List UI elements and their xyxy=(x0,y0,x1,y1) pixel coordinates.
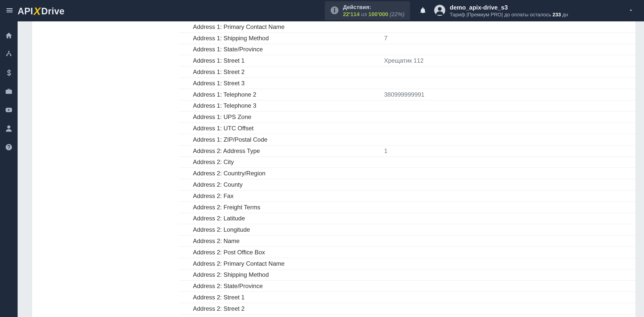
bell-icon xyxy=(419,7,426,15)
briefcase-icon xyxy=(5,88,13,96)
sidebar-item-billing[interactable] xyxy=(0,65,18,81)
dollar-icon xyxy=(5,69,13,77)
field-label: Address 1: UTC Offset xyxy=(193,125,384,132)
svg-point-2 xyxy=(334,8,335,9)
field-row: Address 2: County xyxy=(179,179,635,190)
field-label: Address 2: Freight Terms xyxy=(193,204,384,211)
sitemap-icon xyxy=(5,50,13,59)
field-row: Address 2: City xyxy=(179,157,635,168)
sidebar-item-account[interactable] xyxy=(0,121,18,137)
info-icon xyxy=(330,6,339,16)
field-label: Address 1: State/Province xyxy=(193,46,384,53)
user-menu[interactable]: demo_apix-drive_s3 Тариф |Премиум PRO| д… xyxy=(434,4,644,18)
field-value: Хрещатик 112 xyxy=(384,57,424,64)
field-row: Address 2: Street 2 xyxy=(179,303,635,314)
field-label: Address 2: City xyxy=(193,158,384,166)
field-value: 1 xyxy=(384,147,387,154)
user-tariff: Тариф |Премиум PRO| до оплаты осталось 2… xyxy=(450,11,568,18)
sidebar xyxy=(0,21,18,317)
avatar-icon xyxy=(434,5,445,17)
field-label: Address 2: Post Office Box xyxy=(193,249,384,256)
field-label: Address 2: Fax xyxy=(193,192,384,200)
actions-counter[interactable]: Действия: 22'114 из 100'000 (22%) xyxy=(325,1,410,20)
field-label: Address 2: Primary Contact Name xyxy=(193,260,384,267)
field-row: Address 1: Street 2 xyxy=(179,66,635,78)
field-row: Address 1: State/Province xyxy=(179,44,635,55)
field-label: Address 2: State/Province xyxy=(193,283,384,290)
field-row: Address 2: Address Type1 xyxy=(179,145,635,157)
field-label: Address 1: Telephone 2 xyxy=(193,91,384,98)
field-label: Address 2: Latitude xyxy=(193,215,384,222)
sidebar-item-videos[interactable] xyxy=(0,102,18,118)
home-icon xyxy=(5,32,13,40)
field-row: Address 1: UPS Zone xyxy=(179,111,635,123)
field-row: Address 2: State/Province xyxy=(179,281,635,292)
logo-text-x: X xyxy=(34,5,41,17)
field-row: Address 2: Country/Region xyxy=(179,168,635,179)
youtube-icon xyxy=(5,106,13,115)
field-label: Address 2: Shipping Method xyxy=(193,271,384,278)
actions-stat: 22'114 из 100'000 (22%) xyxy=(343,11,405,18)
field-label: Address 1: Street 1 xyxy=(193,57,384,64)
field-row: Address 2: Fax xyxy=(179,190,635,202)
field-label: Address 1: UPS Zone xyxy=(193,113,384,121)
field-value: 380999999991 xyxy=(384,91,424,98)
field-row: Address 2: Freight Terms xyxy=(179,202,635,213)
field-label: Address 1: Street 3 xyxy=(193,80,384,87)
content-card: Address 1: Primary Contact NameAddress 1… xyxy=(32,21,635,317)
field-row: Address 1: Street 1Хрещатик 112 xyxy=(179,55,635,66)
actions-text: Действия: 22'114 из 100'000 (22%) xyxy=(343,4,405,18)
question-icon xyxy=(5,143,13,152)
sidebar-item-connections[interactable] xyxy=(0,47,18,63)
notifications-button[interactable] xyxy=(417,7,429,15)
logo[interactable]: API X Drive xyxy=(18,5,65,17)
field-row: Address 1: ZIP/Postal Code xyxy=(179,134,635,145)
svg-rect-1 xyxy=(334,10,335,12)
field-label: Address 1: Street 2 xyxy=(193,68,384,75)
field-label: Address 1: Telephone 3 xyxy=(193,102,384,109)
chevron-down-icon xyxy=(628,7,634,14)
sidebar-item-help[interactable] xyxy=(0,140,18,156)
field-row: Address 2: Shipping Method xyxy=(179,269,635,281)
fields-panel: Address 1: Primary Contact NameAddress 1… xyxy=(179,21,635,317)
sidebar-item-home[interactable] xyxy=(0,28,18,44)
menu-toggle-button[interactable] xyxy=(5,6,15,16)
field-row: Address 2: Name xyxy=(179,235,635,247)
logo-text-drive: Drive xyxy=(41,6,65,17)
field-label: Address 1: ZIP/Postal Code xyxy=(193,136,384,143)
user-name: demo_apix-drive_s3 xyxy=(450,4,568,11)
field-row: Address 1: Telephone 3 xyxy=(179,100,635,112)
field-label: Address 1: Primary Contact Name xyxy=(193,23,384,30)
field-row: Address 2: Street 3 xyxy=(179,314,635,317)
user-text: demo_apix-drive_s3 Тариф |Премиум PRO| д… xyxy=(450,4,568,18)
actions-label: Действия: xyxy=(343,4,405,11)
field-row: Address 1: Shipping Method7 xyxy=(179,33,635,44)
field-row: Address 1: Primary Contact Name xyxy=(179,21,635,33)
field-label: Address 1: Shipping Method xyxy=(193,35,384,42)
field-row: Address 2: Post Office Box xyxy=(179,247,635,258)
field-row: Address 1: Telephone 2380999999991 xyxy=(179,89,635,100)
field-row: Address 2: Primary Contact Name xyxy=(179,258,635,269)
field-row: Address 2: Street 1 xyxy=(179,292,635,303)
field-label: Address 2: Longitude xyxy=(193,226,384,233)
field-row: Address 1: Street 3 xyxy=(179,78,635,89)
field-value: 7 xyxy=(384,35,387,42)
logo-text-api: API xyxy=(18,6,33,17)
user-icon xyxy=(5,125,13,133)
fields-list: Address 1: Primary Contact NameAddress 1… xyxy=(179,21,635,317)
field-label: Address 2: Street 1 xyxy=(193,294,384,301)
field-label: Address 2: County xyxy=(193,181,384,188)
field-label: Address 2: Name xyxy=(193,237,384,245)
hamburger-icon xyxy=(6,6,14,15)
page: Address 1: Primary Contact NameAddress 1… xyxy=(18,21,644,317)
field-label: Address 2: Address Type xyxy=(193,147,384,154)
field-label: Address 2: Country/Region xyxy=(193,170,384,177)
field-row: Address 2: Longitude xyxy=(179,224,635,235)
sidebar-item-partners[interactable] xyxy=(0,84,18,100)
svg-point-4 xyxy=(438,7,441,11)
field-row: Address 2: Latitude xyxy=(179,213,635,224)
field-label: Address 2: Street 2 xyxy=(193,305,384,312)
topbar: API X Drive Действия: 22'114 из 100'000 … xyxy=(0,0,644,21)
field-row: Address 1: UTC Offset xyxy=(179,123,635,134)
